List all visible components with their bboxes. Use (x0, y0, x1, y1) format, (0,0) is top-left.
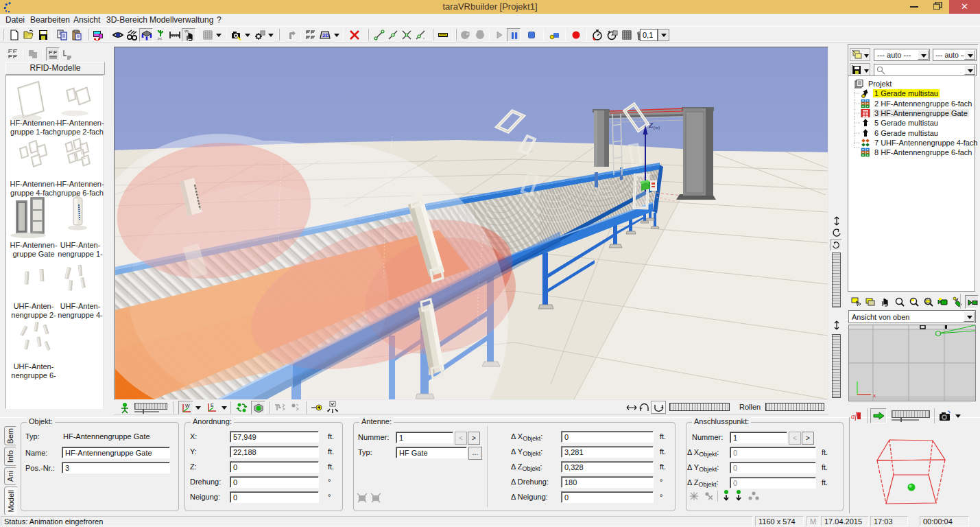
svg-text:E: E (211, 403, 214, 408)
svg-text:Z: Z (649, 121, 654, 129)
svg-text:(w): (w) (654, 125, 660, 130)
svg-text:a: a (851, 412, 855, 420)
svg-text:2D: 2D (322, 32, 329, 38)
svg-text:(y): (y) (652, 174, 658, 179)
svg-text:W: W (185, 403, 190, 408)
svg-text:x: x (873, 393, 876, 399)
